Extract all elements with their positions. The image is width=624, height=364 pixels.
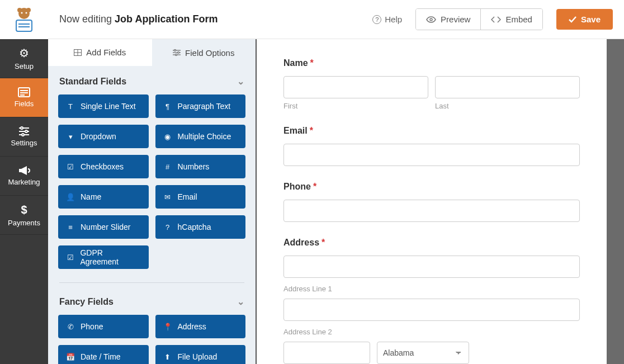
- field-type-numbers[interactable]: #Numbers: [155, 155, 246, 178]
- field-type-label: Phone: [81, 322, 103, 331]
- first-name-input[interactable]: [283, 76, 428, 98]
- svg-point-27: [176, 54, 177, 56]
- field-type-number-slider[interactable]: ≡Number Slider: [58, 215, 149, 239]
- last-name-sublabel: Last: [435, 102, 580, 110]
- nav-item-settings[interactable]: Settings: [0, 117, 48, 157]
- field-type-file-upload[interactable]: ⬆File Upload: [155, 345, 246, 364]
- nav-label: Marketing: [8, 178, 40, 186]
- text-icon: T: [66, 102, 75, 111]
- field-type-label: Number Slider: [81, 223, 130, 231]
- svg-point-23: [174, 50, 176, 51]
- address-line1-sublabel: Address Line 1: [283, 285, 580, 293]
- svg-rect-6: [18, 23, 30, 25]
- gear-icon: ⚙: [19, 46, 29, 60]
- paragraph-icon: ¶: [163, 102, 172, 111]
- svg-point-4: [26, 12, 27, 14]
- field-type-checkboxes[interactable]: ☑Checkboxes: [58, 155, 149, 178]
- phone-icon: ✆: [66, 323, 75, 331]
- field-address[interactable]: Address* Address Line 1 Address Line 2 C…: [283, 238, 580, 364]
- svg-rect-5: [16, 20, 32, 31]
- standard-fields-head[interactable]: Standard Fields ⌄: [58, 66, 245, 94]
- radio-icon: ◉: [163, 133, 172, 141]
- help-icon: ?: [372, 15, 381, 24]
- svg-rect-11: [20, 94, 25, 96]
- field-type-email[interactable]: ✉Email: [155, 185, 246, 209]
- nav-label: Fields: [15, 100, 34, 108]
- sliders-icon: [173, 49, 181, 56]
- preview-button[interactable]: Preview: [416, 9, 480, 30]
- field-type-gdpr-agreement[interactable]: ☑GDPR Agreement: [58, 245, 149, 269]
- form-icon: [18, 87, 30, 97]
- chevron-down-icon: ⌄: [237, 296, 244, 307]
- tab-field-options[interactable]: Field Options: [152, 39, 256, 66]
- field-type-multiple-choice[interactable]: ◉Multiple Choice: [155, 125, 246, 148]
- field-type-label: Dropdown: [81, 132, 116, 141]
- svg-rect-9: [20, 90, 28, 91]
- svg-rect-10: [20, 92, 28, 93]
- nav-item-marketing[interactable]: Marketing: [0, 157, 48, 196]
- field-type-label: Numbers: [178, 162, 210, 171]
- tab-add-fields[interactable]: Add Fields: [48, 39, 152, 66]
- chevron-down-icon: ⌄: [237, 76, 244, 87]
- field-email[interactable]: Email*: [283, 126, 580, 166]
- field-type-label: Name: [81, 192, 101, 201]
- field-name[interactable]: Name* First Last: [283, 58, 580, 110]
- dropdown-icon: ▾: [66, 133, 75, 141]
- field-type-date-time[interactable]: 📅Date / Time: [58, 345, 149, 364]
- field-type-phone[interactable]: ✆Phone: [58, 315, 149, 338]
- email-input[interactable]: [283, 144, 580, 166]
- last-name-input[interactable]: [435, 76, 580, 98]
- phone-input[interactable]: [283, 200, 580, 222]
- check-icon: ☑: [66, 253, 74, 262]
- embed-button[interactable]: Embed: [480, 9, 542, 30]
- state-select[interactable]: Alabama: [377, 342, 469, 364]
- divider: [59, 282, 244, 283]
- field-type-label: Address: [178, 322, 206, 331]
- field-type-label: hCaptcha: [178, 223, 211, 231]
- field-type-label: Checkboxes: [81, 162, 124, 171]
- first-name-sublabel: First: [283, 102, 428, 110]
- nav-label: Payments: [8, 219, 40, 227]
- sliders-icon: ≡: [66, 223, 75, 231]
- field-type-label: File Upload: [178, 352, 218, 361]
- field-type-label: Paragraph Text: [178, 102, 231, 111]
- svg-point-1: [17, 8, 22, 12]
- bullhorn-icon: [18, 166, 30, 176]
- page-title: Now editing Job Application Form: [59, 13, 218, 25]
- field-type-label: Single Line Text: [81, 102, 136, 111]
- field-type-single-line-text[interactable]: TSingle Line Text: [58, 94, 149, 118]
- field-type-name[interactable]: 👤Name: [58, 185, 149, 209]
- left-nav: ⚙ Setup Fields Settings Marketing $ Paym…: [0, 0, 48, 364]
- address-line1-input[interactable]: [283, 256, 580, 278]
- svg-point-3: [21, 12, 23, 14]
- save-button[interactable]: Save: [556, 9, 613, 30]
- form-preview: Name* First Last: [257, 39, 624, 364]
- field-type-label: GDPR Agreement: [80, 248, 140, 266]
- field-phone[interactable]: Phone*: [283, 182, 580, 222]
- mail-icon: ✉: [163, 193, 172, 201]
- field-type-dropdown[interactable]: ▾Dropdown: [58, 125, 149, 148]
- calendar-icon: 📅: [66, 353, 75, 361]
- grid-icon: [74, 49, 82, 56]
- nav-label: Setup: [15, 62, 34, 70]
- city-input[interactable]: [283, 342, 370, 364]
- fancy-fields-head[interactable]: Fancy Fields ⌄: [58, 286, 245, 315]
- embed-preview-group: Preview Embed: [415, 8, 543, 30]
- help-icon: ?: [163, 223, 172, 231]
- top-bar: Now editing Job Application Form ? Help …: [48, 0, 624, 39]
- eye-icon: [426, 16, 436, 23]
- svg-rect-7: [18, 26, 30, 27]
- upload-icon: ⬆: [163, 353, 172, 361]
- address-line2-input[interactable]: [283, 299, 580, 321]
- nav-label: Settings: [11, 139, 37, 147]
- field-type-paragraph-text[interactable]: ¶Paragraph Text: [155, 94, 246, 118]
- check-icon: [569, 16, 576, 23]
- field-type-hcaptcha[interactable]: ?hCaptcha: [155, 215, 246, 239]
- nav-item-payments[interactable]: $ Payments: [0, 196, 48, 235]
- svg-point-25: [178, 52, 179, 54]
- field-type-address[interactable]: 📍Address: [155, 315, 246, 338]
- nav-item-setup[interactable]: ⚙ Setup: [0, 39, 48, 78]
- svg-point-2: [26, 8, 31, 12]
- nav-item-fields[interactable]: Fields: [0, 78, 48, 117]
- help-link[interactable]: ? Help: [372, 15, 402, 24]
